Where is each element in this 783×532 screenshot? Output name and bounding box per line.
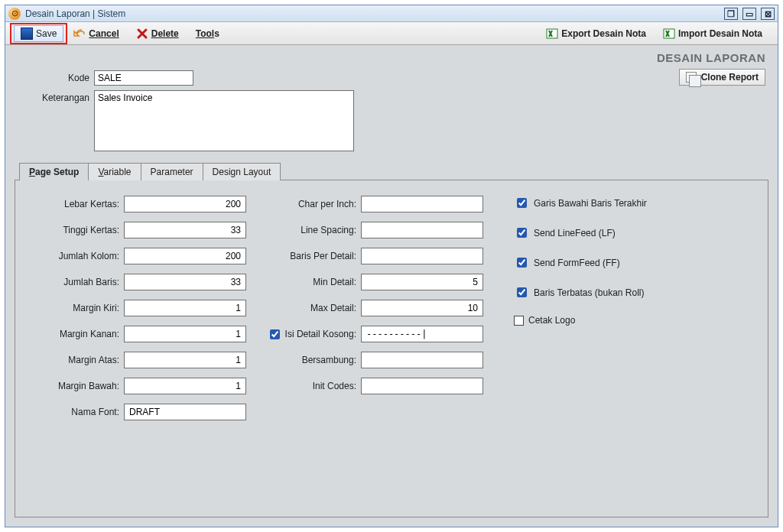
disk-icon: [21, 28, 33, 40]
tabstrip: Page Setup Variable Parameter Design Lay…: [15, 162, 768, 180]
x-icon: [136, 28, 148, 40]
restore-window-button[interactable]: ❐: [724, 8, 738, 20]
tinggi-kertas-label: Tinggi Kertas:: [29, 225, 124, 235]
nama-font-input[interactable]: [124, 404, 246, 420]
lebar-kertas-input[interactable]: [124, 196, 246, 212]
keterangan-textarea[interactable]: Sales Invoice: [94, 90, 354, 151]
clone-icon: [686, 72, 697, 83]
margin-kiri-input[interactable]: [124, 300, 246, 316]
baris-terbatas-check[interactable]: [517, 287, 527, 297]
nama-font-label: Nama Font:: [29, 407, 124, 417]
jumlah-baris-input[interactable]: [124, 274, 246, 290]
tools-button[interactable]: Tools: [190, 26, 226, 41]
app-window: ⊙ Desain Laporan | Sistem ❐ ▭ ⊠ Save Can…: [5, 5, 778, 527]
baris-per-detail-input[interactable]: [361, 248, 483, 264]
tab-design-layout[interactable]: Design Layout: [203, 163, 281, 180]
save-button[interactable]: Save: [14, 25, 63, 42]
tab-parameter[interactable]: Parameter: [141, 163, 203, 180]
line-spacing-input[interactable]: [361, 222, 483, 238]
send-ff-check-row[interactable]: Send FormFeed (FF): [514, 255, 697, 270]
tab-page-setup[interactable]: Page Setup: [19, 163, 89, 180]
toolbar: Save Cancel Delete Tools Export Desain N…: [5, 22, 778, 45]
margin-atas-input[interactable]: [124, 352, 246, 368]
close-window-button[interactable]: ⊠: [761, 8, 775, 20]
save-button-highlight: Save: [10, 23, 67, 44]
min-detail-label: Min Detail:: [262, 277, 361, 287]
cancel-button[interactable]: Cancel: [67, 25, 125, 42]
window-title: Desain Laporan | Sistem: [25, 8, 125, 19]
export-desain-nota-button[interactable]: Export Desain Nota: [540, 25, 652, 42]
maximize-window-button[interactable]: ▭: [742, 8, 756, 20]
cetak-logo-check[interactable]: [514, 316, 524, 326]
jumlah-kolom-label: Jumlah Kolom:: [29, 251, 124, 261]
isi-detail-kosong-input[interactable]: [361, 326, 483, 342]
garis-bawahi-check-row[interactable]: Garis Bawahi Baris Terakhir: [514, 196, 697, 210]
margin-atas-label: Margin Atas:: [29, 355, 124, 365]
char-per-inch-label: Char per Inch:: [262, 199, 361, 209]
margin-kiri-label: Margin Kiri:: [29, 303, 124, 313]
kode-label: Kode: [24, 70, 94, 83]
isi-detail-kosong-label: Isi Detail Kosong:: [262, 327, 361, 342]
app-icon: ⊙: [8, 8, 21, 20]
init-codes-label: Init Codes:: [262, 381, 361, 391]
garis-bawahi-check[interactable]: [517, 198, 527, 208]
page-setup-panel: Lebar Kertas: Tinggi Kertas: Jumlah Kolo…: [15, 180, 768, 517]
tinggi-kertas-input[interactable]: [124, 222, 246, 238]
bersambung-label: Bersambung:: [262, 355, 361, 365]
tab-variable[interactable]: Variable: [88, 163, 141, 180]
kode-input[interactable]: [94, 70, 193, 86]
cetak-logo-check-row[interactable]: Cetak Logo: [514, 315, 697, 326]
margin-kanan-label: Margin Kanan:: [29, 329, 124, 339]
init-codes-input[interactable]: [361, 378, 483, 394]
min-detail-input[interactable]: [361, 274, 483, 290]
line-spacing-label: Line Spacing:: [262, 225, 361, 235]
bersambung-input[interactable]: [361, 352, 483, 368]
margin-bawah-input[interactable]: [124, 378, 246, 394]
char-per-inch-input[interactable]: [361, 196, 483, 212]
margin-bawah-label: Margin Bawah:: [29, 381, 124, 391]
baris-per-detail-label: Baris Per Detail:: [262, 251, 361, 261]
svg-rect-0: [547, 29, 557, 38]
clone-report-button[interactable]: Clone Report: [679, 69, 765, 86]
delete-button[interactable]: Delete: [130, 25, 185, 42]
isi-detail-kosong-check[interactable]: [270, 329, 280, 339]
svg-rect-1: [664, 29, 674, 38]
page-title: DESAIN LAPORAN: [5, 45, 778, 66]
excel-import-icon: [663, 28, 675, 40]
max-detail-label: Max Detail:: [262, 303, 361, 313]
jumlah-kolom-input[interactable]: [124, 248, 246, 264]
undo-icon: [73, 28, 86, 40]
max-detail-input[interactable]: [361, 300, 483, 316]
send-lf-check-row[interactable]: Send LineFeed (LF): [514, 225, 697, 240]
lebar-kertas-label: Lebar Kertas:: [29, 199, 124, 209]
jumlah-baris-label: Jumlah Baris:: [29, 277, 124, 287]
send-ff-check[interactable]: [517, 258, 527, 268]
header-form: Clone Report Kode Keterangan Sales Invoi…: [15, 66, 768, 162]
baris-terbatas-check-row[interactable]: Baris Terbatas (bukan Roll): [514, 285, 697, 300]
keterangan-label: Keterangan: [24, 90, 94, 103]
send-lf-check[interactable]: [517, 228, 527, 238]
title-bar: ⊙ Desain Laporan | Sistem ❐ ▭ ⊠: [5, 5, 778, 22]
margin-kanan-input[interactable]: [124, 326, 246, 342]
excel-export-icon: [546, 28, 558, 40]
import-desain-nota-button[interactable]: Import Desain Nota: [657, 25, 768, 42]
